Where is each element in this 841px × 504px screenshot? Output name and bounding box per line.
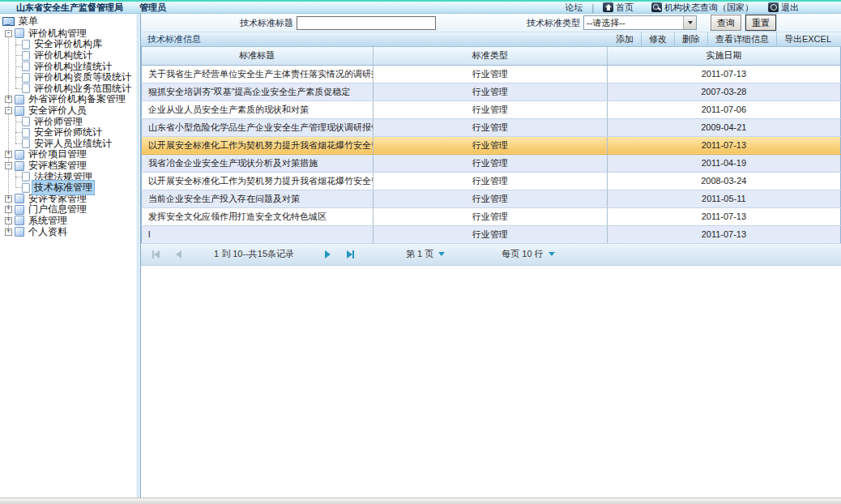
- table-row[interactable]: 我省冶金企业安全生产现状分析及对策措施行业管理2011-04-19: [142, 154, 841, 172]
- selected-option-label: --请选择--: [584, 17, 683, 29]
- cell-type: 行业管理: [373, 225, 607, 243]
- table-row[interactable]: 山东省小型危险化学品生产企业安全生产管理现状调研报告行业管理2009-04-21: [142, 118, 841, 136]
- search-bar: 技术标准标题 技术标准类型 --请选择-- 查询 重置: [141, 14, 841, 32]
- select-dropdown-button[interactable]: [683, 16, 696, 29]
- tree-node-7[interactable]: +系统管理: [5, 216, 136, 227]
- cell-title: 企业从业人员安全生产素质的现状和对策: [142, 100, 374, 118]
- folder-icon: [15, 28, 24, 38]
- tree-leaf-label: 安评人员业绩统计: [32, 137, 113, 151]
- cell-title: l: [142, 225, 374, 243]
- power-icon: [768, 2, 779, 12]
- expand-icon[interactable]: +: [5, 229, 12, 236]
- standards-table: 标准标题标准类型实施日期 关于我省生产经营单位安全生产主体责任落实情况的调研报告…: [141, 47, 841, 244]
- arrow-right-icon: [325, 250, 331, 258]
- collapse-icon[interactable]: -: [5, 107, 12, 114]
- reset-button[interactable]: 重置: [745, 15, 776, 31]
- org-status-link[interactable]: 机构状态查询（国家）: [651, 2, 753, 14]
- bottom-scrollbar[interactable]: [0, 498, 841, 504]
- tree-leaf-0-4[interactable]: 评价机构业务范围统计: [12, 83, 136, 95]
- tree-children-0: 安全评价机构库评价机构统计评价机构业绩统计评价机构资质等级统计评价机构业务范围统…: [12, 39, 136, 94]
- cell-title: 关于我省生产经营单位安全生产主体责任落实情况的调研报告: [142, 65, 374, 83]
- home-icon: [603, 2, 613, 12]
- cell-date: 2008-03-24: [607, 172, 840, 190]
- collapse-icon[interactable]: -: [5, 162, 12, 169]
- org-status-label: 机构状态查询（国家）: [664, 2, 753, 14]
- forum-link[interactable]: 论坛: [565, 2, 583, 14]
- cell-type: 行业管理: [373, 100, 607, 118]
- action-button-1[interactable]: 修改: [641, 32, 674, 46]
- collapse-icon[interactable]: -: [5, 30, 12, 37]
- first-page-button[interactable]: [152, 250, 160, 258]
- expand-icon[interactable]: +: [5, 151, 12, 158]
- document-icon: [22, 62, 30, 71]
- tree-children-4: 法律法规管理技术标准管理: [12, 171, 136, 193]
- panel-header: 技术标准信息 添加修改删除查看详细信息导出EXCEL: [141, 32, 841, 47]
- last-page-button[interactable]: [347, 250, 354, 258]
- column-header: 标准标题: [142, 47, 374, 65]
- cell-title: 狠抓安全培训夯“双基”提高企业安全生产素质促稳定: [142, 83, 374, 100]
- tree-root-menu[interactable]: 菜单: [2, 16, 136, 28]
- expand-icon[interactable]: +: [5, 217, 12, 224]
- page-size-selector[interactable]: 每页 10 行: [502, 248, 554, 260]
- expand-icon[interactable]: +: [5, 96, 12, 103]
- cell-title: 以开展安全标准化工作为契机努力提升我省烟花爆竹安全管理水平: [142, 172, 374, 190]
- cell-date: 2011-05-11: [607, 190, 840, 207]
- action-button-4[interactable]: 导出EXCEL: [776, 32, 839, 46]
- home-link[interactable]: 首页: [603, 2, 634, 14]
- document-icon: [22, 51, 30, 61]
- table-row[interactable]: 当前企业安全生产投入存在问题及对策行业管理2011-05-11: [142, 190, 841, 207]
- records-info: 1 到 10--共15条记录: [214, 248, 294, 260]
- folder-icon: [15, 95, 24, 105]
- cell-title: 山东省小型危险化学品生产企业安全生产管理现状调研报告: [142, 118, 374, 136]
- action-button-2[interactable]: 删除: [674, 32, 707, 46]
- expand-icon[interactable]: +: [5, 195, 12, 203]
- sidebar-tree: 菜单 -评价机构管理安全评价机构库评价机构统计评价机构业绩统计评价机构资质等级统…: [0, 14, 136, 498]
- table-row[interactable]: 企业从业人员安全生产素质的现状和对策行业管理2011-07-06: [142, 100, 841, 118]
- cell-date: 2011-07-13: [607, 65, 840, 83]
- action-button-3[interactable]: 查看详细信息: [707, 32, 776, 46]
- query-button[interactable]: 查询: [711, 15, 741, 31]
- document-icon: [22, 128, 30, 138]
- expand-icon[interactable]: +: [5, 206, 12, 213]
- table-row[interactable]: 狠抓安全培训夯“双基”提高企业安全生产素质促稳定行业管理2007-03-28: [142, 83, 841, 100]
- standard-type-select[interactable]: --请选择--: [583, 15, 697, 30]
- cell-title: 发挥安全文化应领作用打造安全文化特色城区: [142, 207, 374, 225]
- cell-date: 2007-03-28: [607, 83, 840, 100]
- column-header: 标准类型: [373, 47, 607, 65]
- panel-action-buttons: 添加修改删除查看详细信息导出EXCEL: [608, 32, 841, 46]
- prev-page-button[interactable]: [176, 250, 181, 258]
- table-row[interactable]: 以开展安全标准化工作为契机努力提升我省烟花爆竹安全管理水平行业管理2011-07…: [142, 136, 841, 154]
- cell-title: 以开展安全标准化工作为契机努力提升我省烟花爆竹安全管理水平: [142, 136, 374, 154]
- table-row[interactable]: 发挥安全文化应领作用打造安全文化特色城区行业管理2011-07-13: [142, 207, 841, 225]
- page-selector[interactable]: 第 1 页: [406, 248, 445, 260]
- cell-type: 行业管理: [373, 118, 607, 136]
- tree-node-8[interactable]: +个人资料: [5, 226, 136, 237]
- table-body: 关于我省生产经营单位安全生产主体责任落实情况的调研报告行业管理2011-07-1…: [142, 65, 841, 243]
- caret-down-icon: [438, 252, 445, 256]
- next-page-button[interactable]: [325, 250, 331, 258]
- standard-title-input[interactable]: [297, 16, 436, 30]
- link-separator: ｜: [588, 2, 597, 14]
- table-row[interactable]: 关于我省生产经营单位安全生产主体责任落实情况的调研报告行业管理2011-07-1…: [142, 65, 841, 83]
- sidebar-tree-items: -评价机构管理安全评价机构库评价机构统计评价机构业绩统计评价机构资质等级统计评价…: [5, 28, 136, 237]
- table-row[interactable]: l行业管理2011-07-13: [142, 225, 841, 243]
- folder-icon: [15, 227, 24, 237]
- tree-leaf-2-2[interactable]: 安评人员业绩统计: [12, 139, 136, 150]
- folder-icon: [15, 161, 24, 171]
- cell-date: 2009-04-21: [607, 118, 840, 136]
- cell-type: 行业管理: [373, 207, 607, 225]
- standard-title-label: 技术标准标题: [240, 17, 293, 29]
- caret-down-icon: [688, 21, 693, 24]
- pagination-bar: 1 到 10--共15条记录 第 1 页 每页 10 行: [141, 244, 841, 266]
- document-icon: [22, 73, 30, 83]
- folder-icon: [15, 150, 24, 160]
- logout-link[interactable]: 退出: [768, 2, 799, 14]
- tree-leaf-4-1[interactable]: 技术标准管理: [12, 182, 136, 194]
- table-row[interactable]: 以开展安全标准化工作为契机努力提升我省烟花爆竹安全管理水平行业管理2008-03…: [142, 172, 841, 190]
- panel-title: 技术标准信息: [141, 33, 201, 45]
- tree-node-6[interactable]: +门户信息管理: [5, 204, 136, 216]
- action-button-0[interactable]: 添加: [608, 32, 641, 46]
- cell-type: 行业管理: [373, 172, 607, 190]
- page-number-label: 第 1 页: [406, 248, 433, 260]
- window-body: 菜单 -评价机构管理安全评价机构库评价机构统计评价机构业绩统计评价机构资质等级统…: [0, 14, 841, 498]
